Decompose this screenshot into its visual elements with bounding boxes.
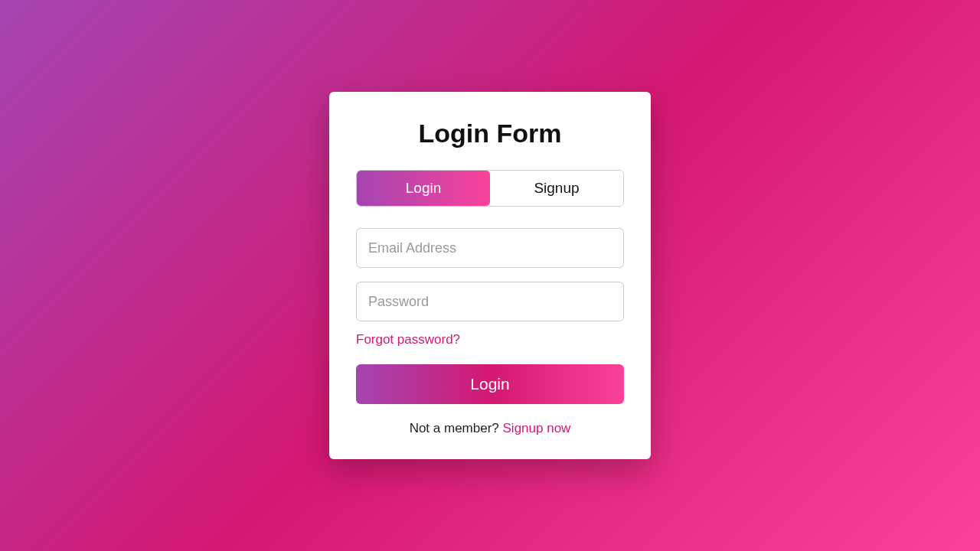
forgot-password-link[interactable]: Forgot password?: [356, 332, 624, 347]
signup-prompt-text: Not a member?: [410, 421, 503, 435]
signup-prompt: Not a member? Signup now: [356, 421, 624, 436]
email-field[interactable]: [356, 228, 624, 268]
signup-now-link[interactable]: Signup now: [503, 421, 571, 435]
form-title: Login Form: [356, 119, 624, 148]
tab-signup[interactable]: Signup: [490, 171, 623, 206]
tab-switcher: Login Signup: [356, 170, 624, 207]
login-button[interactable]: Login: [356, 364, 624, 404]
tab-login[interactable]: Login: [357, 171, 490, 206]
login-card: Login Form Login Signup Forgot password?…: [329, 92, 651, 459]
password-field[interactable]: [356, 282, 624, 321]
